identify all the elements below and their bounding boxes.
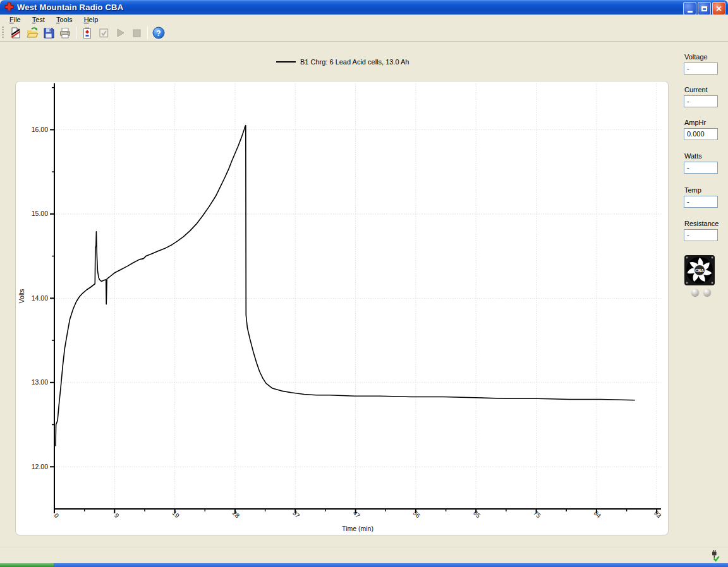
toolbar-grip[interactable] xyxy=(2,27,4,39)
maximize-icon xyxy=(701,6,707,11)
minimize-button[interactable] xyxy=(683,2,696,15)
battery-icon xyxy=(81,27,94,39)
new-test-button[interactable] xyxy=(8,25,24,40)
watts-readout[interactable]: - xyxy=(684,162,718,174)
window-title: West Mountain Radio CBA xyxy=(17,3,123,12)
usb-plug-connected-icon xyxy=(708,550,720,563)
voltage-label: Voltage xyxy=(684,53,708,61)
close-icon: ✕ xyxy=(715,5,722,13)
application-window: West Mountain Radio CBA ✕ File Test Tool… xyxy=(0,0,728,567)
play-icon xyxy=(114,27,126,39)
stop-icon xyxy=(130,27,143,39)
y-tick-label: 16.00 xyxy=(32,126,48,133)
svg-text:?: ? xyxy=(156,28,161,37)
status-bar xyxy=(0,547,728,563)
printer-icon xyxy=(59,27,71,39)
x-tick-label: 84 xyxy=(593,510,603,520)
y-tick-label: 15.00 xyxy=(32,210,48,217)
current-readout[interactable]: - xyxy=(684,95,718,107)
device-status-pane xyxy=(705,550,723,562)
status-led-2 xyxy=(703,289,711,296)
save-button[interactable] xyxy=(40,25,57,40)
x-tick-label: 47 xyxy=(351,510,361,520)
current-label: Current xyxy=(684,86,708,93)
fan-icon: CBA xyxy=(684,255,715,285)
resistance-readout[interactable]: - xyxy=(684,229,718,241)
x-tick-label: 56 xyxy=(412,510,422,520)
checklist-icon xyxy=(97,27,110,39)
help-button[interactable]: ? xyxy=(150,25,167,40)
test-checklist-button-disabled xyxy=(95,25,112,40)
menu-bar: File Test Tools Help xyxy=(0,15,728,24)
menu-file[interactable]: File xyxy=(4,15,27,24)
open-folder-icon xyxy=(26,27,39,39)
x-axis-title: Time (min) xyxy=(342,525,373,532)
y-tick-label: 13.00 xyxy=(32,378,48,386)
open-file-button[interactable] xyxy=(24,25,40,40)
y-tick-label: 12.00 xyxy=(32,463,48,470)
start-test-button-disabled xyxy=(112,25,128,40)
x-tick-label: 75 xyxy=(532,510,542,520)
new-battery-button[interactable] xyxy=(79,25,95,40)
chart-plot-area[interactable]: 12.0013.0014.0015.0016.00091928374756657… xyxy=(16,81,669,536)
menu-tools[interactable]: Tools xyxy=(51,15,78,24)
title-bar: West Mountain Radio CBA ✕ xyxy=(0,0,728,15)
minimize-icon xyxy=(688,11,693,13)
x-tick-label: 37 xyxy=(291,510,301,520)
save-floppy-icon xyxy=(42,27,55,39)
cba-fan-graphic: CBA xyxy=(684,255,715,285)
amphr-readout[interactable]: 0.000 xyxy=(684,128,718,140)
x-tick-label: 19 xyxy=(171,510,181,520)
legend-line-sample xyxy=(276,61,296,63)
resistance-label: Resistance xyxy=(684,220,719,227)
y-axis-title: Volts xyxy=(18,289,25,304)
menu-test[interactable]: Test xyxy=(27,15,51,24)
new-document-icon xyxy=(9,27,22,39)
voltage-readout[interactable]: - xyxy=(684,63,718,75)
maximize-button[interactable] xyxy=(698,2,711,15)
voltage-curve xyxy=(56,126,634,446)
x-tick-label: 65 xyxy=(472,510,482,520)
print-button[interactable] xyxy=(57,25,73,40)
toolbar: ? xyxy=(0,24,728,42)
temp-readout[interactable]: - xyxy=(684,196,718,208)
stop-test-button-disabled xyxy=(128,25,145,40)
y-tick-label: 14.00 xyxy=(32,294,48,302)
fan-center-label: CBA xyxy=(695,268,704,273)
toolbar-separator xyxy=(147,27,148,39)
watts-label: Watts xyxy=(684,152,702,160)
close-button[interactable]: ✕ xyxy=(712,2,725,15)
x-tick-label: 93 xyxy=(653,510,663,520)
toolbar-separator xyxy=(76,27,76,39)
chart-legend: B1 Chrg: 6 Lead Acid cells, 13.0 Ah xyxy=(276,57,409,66)
status-led-1 xyxy=(691,289,699,296)
temp-label: Temp xyxy=(684,186,701,194)
taskbar-edge xyxy=(0,563,728,567)
start-button-edge[interactable] xyxy=(0,563,54,567)
chart-panel: 12.0013.0014.0015.0016.00091928374756657… xyxy=(15,81,669,535)
menu-help[interactable]: Help xyxy=(78,15,104,24)
app-logo-icon xyxy=(4,2,15,13)
amphr-label: AmpHr xyxy=(684,119,706,126)
x-tick-label: 28 xyxy=(231,510,241,520)
legend-label: B1 Chrg: 6 Lead Acid cells, 13.0 Ah xyxy=(300,58,409,66)
help-icon: ? xyxy=(152,26,166,40)
